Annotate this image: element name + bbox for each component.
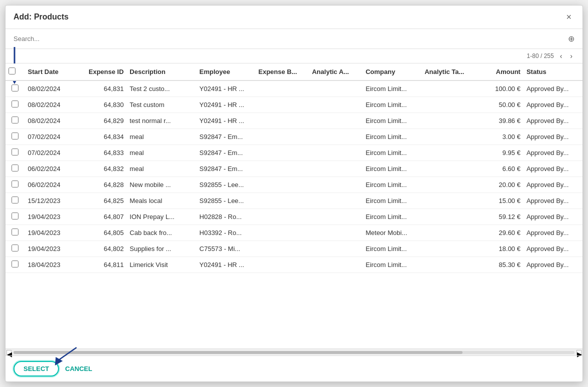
row-checkbox-cell[interactable] [6, 193, 25, 209]
row-analytic-ta [422, 145, 475, 161]
header-company[interactable]: Company [362, 64, 422, 80]
table-row: 08/02/2024 64,831 Test 2 custo... Y02491… [6, 80, 582, 97]
header-checkbox[interactable] [6, 64, 25, 80]
row-amount: 29.60 € [475, 225, 524, 241]
row-checkbox-4[interactable] [12, 148, 18, 156]
scroll-right-button[interactable]: ▶ [576, 350, 582, 355]
row-start-date: 07/02/2024 [25, 145, 78, 161]
pagination-prev-button[interactable]: ‹ [558, 51, 564, 61]
row-expense-id: 64,807 [78, 209, 127, 225]
row-analytic-a [309, 145, 362, 161]
row-checkbox-cell[interactable] [6, 257, 25, 273]
svg-marker-3 [52, 355, 63, 366]
row-analytic-a [309, 97, 362, 113]
row-start-date: 15/12/2023 [25, 193, 78, 209]
row-expense-b [256, 129, 309, 145]
search-icon[interactable]: ⊕ [568, 34, 574, 44]
row-expense-b [256, 209, 309, 225]
row-description: meal [126, 161, 196, 177]
row-expense-b [256, 257, 309, 273]
row-expense-b [256, 177, 309, 193]
horizontal-scrollbar[interactable]: ◀ ▶ [6, 348, 582, 356]
row-company: Meteor Mobi... [362, 225, 422, 241]
row-checkbox-cell[interactable] [6, 113, 25, 129]
row-checkbox-2[interactable] [12, 116, 18, 124]
row-description: Test 2 custo... [126, 80, 196, 97]
row-checkbox-10[interactable] [12, 244, 18, 252]
row-description: New mobile ... [126, 177, 196, 193]
pagination-next-button[interactable]: › [568, 51, 574, 61]
table-row: 19/04/2023 64,805 Cab back fro... H03392… [6, 225, 582, 241]
row-company: Eircom Limit... [362, 80, 422, 97]
row-expense-b [256, 80, 309, 97]
row-checkbox-3[interactable] [12, 132, 18, 140]
search-bar: ⊕ [6, 29, 582, 49]
row-checkbox-9[interactable] [12, 228, 18, 236]
row-expense-id: 64,830 [78, 97, 127, 113]
row-employee: Y02491 - HR ... [196, 97, 256, 113]
header-description[interactable]: Description [126, 64, 196, 80]
row-checkbox-cell[interactable] [6, 129, 25, 145]
row-checkbox-7[interactable] [12, 196, 18, 204]
header-start-date[interactable]: Start Date [25, 64, 78, 80]
row-employee: Y02491 - HR ... [196, 113, 256, 129]
header-employee[interactable]: Employee [196, 64, 256, 80]
row-company: Eircom Limit... [362, 209, 422, 225]
scroll-left-button[interactable]: ◀ [6, 350, 12, 355]
row-status: Approved By... [524, 129, 582, 145]
row-analytic-a [309, 177, 362, 193]
row-company: Eircom Limit... [362, 113, 422, 129]
row-checkbox-cell[interactable] [6, 225, 25, 241]
table-row: 06/02/2024 64,828 New mobile ... S92855 … [6, 177, 582, 193]
select-all-checkbox[interactable] [8, 68, 16, 74]
header-analytic-a[interactable]: Analytic A... [309, 64, 362, 80]
row-company: Eircom Limit... [362, 257, 422, 273]
row-status: Approved By... [524, 209, 582, 225]
row-description: test normal r... [126, 113, 196, 129]
header-analytic-ta[interactable]: Analytic Ta... [422, 64, 475, 80]
row-start-date: 08/02/2024 [25, 80, 78, 97]
row-checkbox-cell[interactable] [6, 145, 25, 161]
header-expense-id[interactable]: Expense ID [78, 64, 127, 80]
row-status: Approved By... [524, 145, 582, 161]
row-status: Approved By... [524, 241, 582, 257]
row-checkbox-8[interactable] [12, 212, 18, 220]
header-expense-b[interactable]: Expense B... [256, 64, 309, 80]
row-checkbox-cell[interactable] [6, 97, 25, 113]
table-row: 08/02/2024 64,830 Test custom Y02491 - H… [6, 97, 582, 113]
row-checkbox-cell[interactable] [6, 80, 25, 97]
row-expense-id: 64,834 [78, 129, 127, 145]
row-expense-id: 64,829 [78, 113, 127, 129]
header-status[interactable]: Status [524, 64, 582, 80]
row-start-date: 19/04/2023 [25, 225, 78, 241]
add-products-dialog: Add: Products × ⊕ 1-80 / 255 ‹ › Start D… [5, 5, 583, 382]
row-expense-id: 64,825 [78, 193, 127, 209]
row-checkbox-5[interactable] [12, 164, 18, 172]
row-analytic-a [309, 161, 362, 177]
row-checkbox-6[interactable] [12, 180, 18, 188]
row-expense-b [256, 113, 309, 129]
row-description: meal [126, 145, 196, 161]
row-expense-id: 64,828 [78, 177, 127, 193]
row-analytic-ta [422, 113, 475, 129]
row-employee: S92847 - Em... [196, 145, 256, 161]
row-checkbox-1[interactable] [12, 100, 18, 108]
row-checkbox-0[interactable] [12, 84, 18, 92]
row-checkbox-cell[interactable] [6, 177, 25, 193]
table-row: 06/02/2024 64,832 meal S92847 - Em... Ei… [6, 161, 582, 177]
header-amount[interactable]: Amount [475, 64, 524, 80]
row-checkbox-cell[interactable] [6, 209, 25, 225]
horizontal-scroll-track[interactable] [14, 351, 574, 354]
row-start-date: 08/02/2024 [25, 113, 78, 129]
row-amount: 50.00 € [475, 97, 524, 113]
search-input[interactable] [14, 33, 568, 44]
row-analytic-a [309, 113, 362, 129]
row-employee: Y02491 - HR ... [196, 257, 256, 273]
row-expense-b [256, 97, 309, 113]
row-checkbox-cell[interactable] [6, 161, 25, 177]
close-button[interactable]: × [563, 12, 574, 22]
row-checkbox-11[interactable] [12, 260, 18, 268]
row-checkbox-cell[interactable] [6, 241, 25, 257]
row-status: Approved By... [524, 97, 582, 113]
row-start-date: 19/04/2023 [25, 241, 78, 257]
